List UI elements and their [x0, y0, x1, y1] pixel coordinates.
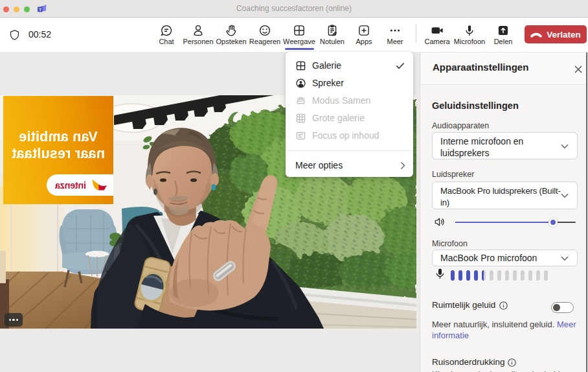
svg-text:T: T [39, 8, 41, 12]
